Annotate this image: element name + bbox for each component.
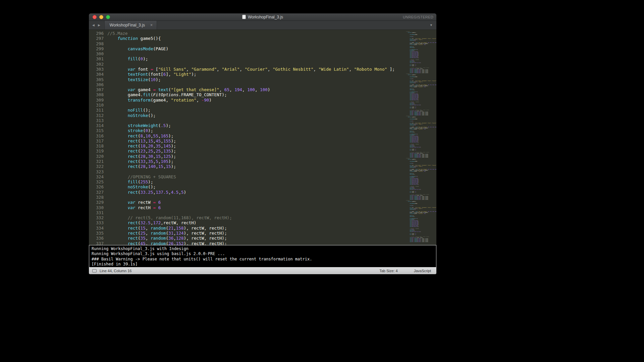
close-window-button[interactable] [93, 15, 97, 19]
line-number: 312 [89, 113, 104, 118]
code-line[interactable]: 332 // rect(5, random(11,168), rectW, re… [89, 215, 436, 220]
code-editor[interactable]: 296//5.Maze297 function game5(){298 299 … [89, 30, 436, 245]
line-number: 311 [89, 108, 104, 113]
window-titlebar[interactable]: WorkshopFinal_3.js UNREGISTERED [89, 13, 436, 21]
tab-nav-arrows: ◀ ▶ [91, 23, 102, 27]
code-line[interactable]: 298 [89, 41, 436, 46]
line-number: 334 [89, 226, 104, 231]
build-output-panel: Running WorkshopFinal_3.js with Indesign… [89, 245, 436, 267]
line-number: 303 [89, 67, 104, 72]
line-number: 299 [89, 46, 104, 51]
line-number: 328 [89, 195, 104, 200]
tab-bar: ◀ ▶ WorkshopFinal_3.js × ▼ [89, 21, 436, 30]
back-icon[interactable]: ◀ [91, 23, 96, 27]
code-line[interactable]: 334 rect(15, random(21,158), rectW, rect… [89, 226, 436, 231]
code-line[interactable]: 296//5.Maze [89, 31, 436, 36]
code-line[interactable]: 309 transform(game4, "rotation", -90) [89, 98, 436, 103]
line-number: 297 [89, 36, 104, 41]
code-line[interactable]: 310 [89, 103, 436, 108]
code-line[interactable]: 301 fill(0); [89, 56, 436, 61]
code-line[interactable]: 333 rect(32.5,172,rectW, rectH) [89, 220, 436, 225]
line-number: 333 [89, 220, 104, 225]
code-line[interactable]: 303 var font = ["Gill Sans", "Garamond",… [89, 67, 436, 72]
code-line[interactable]: 321 rect(33,35,5,105); [89, 159, 436, 164]
sublime-text-window: WorkshopFinal_3.js UNREGISTERED ◀ ▶ Work… [89, 13, 436, 274]
syntax-indicator[interactable]: JavaScript [414, 269, 431, 273]
code-line[interactable]: 328 [89, 195, 436, 200]
code-line[interactable]: 312 noStroke(); [89, 113, 436, 118]
line-number: 310 [89, 103, 104, 108]
console-line: Running WorkshopFinal_3.js with Indesign [92, 246, 436, 251]
code-line[interactable]: 315 stroke(0); [89, 128, 436, 133]
code-line[interactable]: 311 noFill(); [89, 108, 436, 113]
code-line: rect(45, random(26,152), rectW, rectH); [406, 241, 436, 242]
line-number: 336 [89, 236, 104, 241]
file-status-icon [92, 269, 97, 273]
line-number: 325 [89, 179, 104, 184]
line-number: 332 [89, 215, 104, 220]
code-line[interactable]: 325 fill(255); [89, 179, 436, 184]
line-number: 327 [89, 190, 104, 195]
code-line[interactable]: 306 [89, 82, 436, 87]
line-number: 319 [89, 148, 104, 154]
line-number: 305 [89, 77, 104, 82]
code-line[interactable]: 316 rect(8,10,55,165); [89, 133, 436, 138]
line-number: 324 [89, 174, 104, 179]
line-number: 317 [89, 138, 104, 143]
code-line[interactable]: 327 rect(33.25,137.5,4.5,5) [89, 190, 436, 195]
minimap[interactable]: //5.Maze function game5(){ canvasMode(PA… [405, 30, 436, 245]
traffic-lights [93, 15, 110, 19]
code-line[interactable]: 317 rect(13,15,45,155); [89, 138, 436, 143]
minimap-content: //5.Maze function game5(){ canvasMode(PA… [406, 31, 436, 242]
minimize-window-button[interactable] [99, 15, 103, 19]
code-line[interactable]: 323 [89, 169, 436, 174]
line-number: 331 [89, 210, 104, 215]
line-number: 316 [89, 133, 104, 138]
code-line[interactable]: 324 //OPENING + SQUARES [89, 174, 436, 179]
tab-workshopfinal-3-js[interactable]: WorkshopFinal_3.js × [104, 21, 157, 29]
line-number: 298 [89, 41, 104, 46]
code-line[interactable]: 330 var rectH = 6 [89, 205, 436, 210]
code-line[interactable]: 320 rect(28,30,15,125); [89, 154, 436, 159]
forward-icon[interactable]: ▶ [96, 23, 102, 27]
code-line[interactable]: 335 rect(25, random(31,124), rectW, rect… [89, 231, 436, 236]
code-line[interactable]: 329 var rectW = 6 [89, 200, 436, 205]
tab-overflow-icon[interactable]: ▼ [430, 23, 433, 27]
code-line[interactable]: 326 noStroke(); [89, 184, 436, 189]
code-line[interactable]: 337 rect(45, random(26,152), rectW, rect… [89, 241, 436, 245]
zoom-window-button[interactable] [106, 15, 110, 19]
unregistered-label: UNREGISTERED [403, 15, 433, 19]
code-line[interactable]: 300 [89, 51, 436, 56]
document-icon [242, 15, 246, 19]
code-line[interactable]: 304 textFont(font[6], "Light"); [89, 72, 436, 77]
code-line[interactable]: 305 textSize(10); [89, 77, 436, 82]
code-line[interactable]: 322 rect(28,140,15,15); [89, 164, 436, 169]
line-number: 314 [89, 123, 104, 128]
cursor-position-label: Line 44, Column 16 [100, 269, 131, 273]
tab-size-indicator[interactable]: Tab Size: 4 [379, 269, 397, 273]
line-number: 307 [89, 87, 104, 92]
code-line[interactable]: 299 canvasMode(PAGE) [89, 46, 436, 51]
line-number: 329 [89, 200, 104, 205]
line-number: 296 [89, 31, 104, 36]
line-number: 304 [89, 72, 104, 77]
console-line: ### Basil Warning -> Please note that un… [92, 257, 436, 262]
code-line[interactable]: 336 rect(35, random(36,128), rectW, rect… [89, 236, 436, 241]
line-number: 337 [89, 241, 104, 245]
code-line[interactable]: 318 rect(18,20,35,145); [89, 143, 436, 148]
line-number: 330 [89, 205, 104, 210]
line-number: 318 [89, 143, 104, 148]
code-line[interactable]: 331 [89, 210, 436, 215]
code-line[interactable]: 313 [89, 118, 436, 123]
line-number: 306 [89, 82, 104, 87]
line-number: 313 [89, 118, 104, 123]
code-line[interactable]: 314 strokeWeight(.5); [89, 123, 436, 128]
code-line[interactable]: 319 rect(23,25,25,135); [89, 148, 436, 154]
code-line[interactable]: 308 game4.fit(FitOptions.FRAME_TO_CONTEN… [89, 92, 436, 97]
code-line[interactable]: 297 function game5(){ [89, 36, 436, 41]
line-number: 300 [89, 51, 104, 56]
tab-close-icon[interactable]: × [150, 23, 153, 27]
code-lines: 296//5.Maze297 function game5(){298 299 … [89, 31, 436, 245]
code-line[interactable]: 307 var game4 = text("[get that cheese]"… [89, 87, 436, 92]
code-line[interactable]: 302 [89, 62, 436, 67]
